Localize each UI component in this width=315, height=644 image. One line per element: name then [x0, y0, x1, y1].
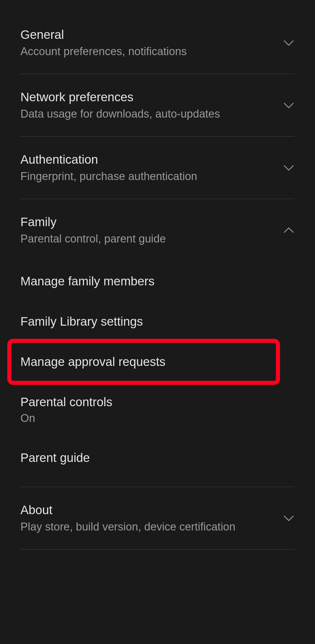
section-family: Family Parental control, parent guide Ma… — [20, 199, 295, 487]
section-header-general: General Account preferences, notificatio… — [20, 28, 295, 58]
section-text: About Play store, build version, device … — [20, 503, 283, 533]
chevron-down-icon — [283, 37, 295, 49]
section-title: Authentication — [20, 153, 283, 167]
sub-item-parental-controls[interactable]: Parental controls On — [20, 382, 295, 438]
chevron-down-icon — [283, 100, 295, 111]
sub-item-title: Parental controls — [20, 395, 295, 409]
sub-item-approval-requests[interactable]: Manage approval requests — [20, 342, 295, 382]
chevron-down-icon — [283, 162, 295, 174]
section-general[interactable]: General Account preferences, notificatio… — [20, 12, 295, 74]
sub-item-title: Manage approval requests — [20, 355, 295, 369]
section-header-authentication: Authentication Fingerprint, purchase aut… — [20, 153, 295, 183]
chevron-up-icon — [283, 224, 295, 236]
section-subtitle: Fingerprint, purchase authentication — [20, 170, 283, 183]
section-about[interactable]: About Play store, build version, device … — [20, 487, 295, 549]
family-sub-items: Manage family members Family Library set… — [20, 251, 295, 478]
section-text: Network preferences Data usage for downl… — [20, 90, 283, 120]
section-subtitle: Data usage for downloads, auto-updates — [20, 108, 283, 120]
section-title: General — [20, 28, 283, 42]
section-authentication[interactable]: Authentication Fingerprint, purchase aut… — [20, 137, 295, 199]
section-title: About — [20, 503, 283, 517]
section-header-about: About Play store, build version, device … — [20, 503, 295, 533]
section-subtitle: Play store, build version, device certif… — [20, 521, 283, 533]
sub-item-title: Manage family members — [20, 274, 295, 288]
sub-item-value: On — [20, 412, 295, 425]
section-subtitle: Parental control, parent guide — [20, 233, 283, 245]
settings-container: General Account preferences, notificatio… — [0, 0, 315, 549]
section-network[interactable]: Network preferences Data usage for downl… — [20, 74, 295, 137]
sub-item-manage-members[interactable]: Manage family members — [20, 261, 295, 301]
section-text: General Account preferences, notificatio… — [20, 28, 283, 58]
section-header-family[interactable]: Family Parental control, parent guide — [20, 215, 295, 251]
section-title: Network preferences — [20, 90, 283, 104]
sub-item-library-settings[interactable]: Family Library settings — [20, 301, 295, 342]
section-title: Family — [20, 215, 283, 229]
chevron-down-icon — [283, 512, 295, 524]
sub-item-title: Parent guide — [20, 451, 295, 465]
sub-item-parent-guide[interactable]: Parent guide — [20, 438, 295, 478]
section-text: Family Parental control, parent guide — [20, 215, 283, 245]
section-header-network: Network preferences Data usage for downl… — [20, 90, 295, 120]
sub-item-title: Family Library settings — [20, 315, 295, 329]
section-text: Authentication Fingerprint, purchase aut… — [20, 153, 283, 183]
section-subtitle: Account preferences, notifications — [20, 45, 283, 58]
